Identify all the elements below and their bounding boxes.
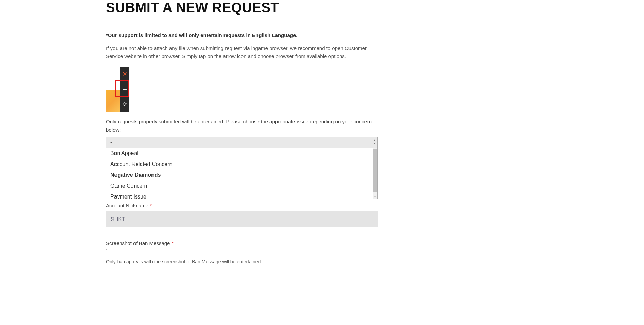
- highlight-box: [115, 80, 129, 97]
- close-icon: ✕: [120, 67, 129, 82]
- page-title: SUBMIT A NEW REQUEST: [106, 0, 378, 15]
- info-text: If you are not able to attach any file w…: [106, 44, 378, 61]
- ban-screenshot-label: Screenshot of Ban Message *: [106, 240, 378, 246]
- ban-screenshot-checkbox[interactable]: [106, 249, 111, 254]
- issue-dropdown[interactable]: - ▴▾ Ban Appeal Account Related Concern …: [106, 137, 378, 199]
- dropdown-placeholder: -: [110, 139, 112, 145]
- dropdown-scrollbar[interactable]: ▾: [373, 148, 377, 199]
- dropdown-option-game-concern[interactable]: Game Concern: [106, 181, 377, 191]
- scrollbar-thumb[interactable]: [373, 149, 377, 192]
- nickname-label: Account Nickname *: [106, 203, 378, 208]
- ban-screenshot-checkbox-row: [106, 249, 378, 256]
- ban-screenshot-helper: Only ban appeals with the screenshot of …: [106, 259, 378, 264]
- dropdown-option-negative-diamonds[interactable]: Negative Diamonds: [106, 170, 377, 181]
- dropdown-instruction: Only requests properly submitted will be…: [106, 118, 378, 134]
- dropdown-option-ban-appeal[interactable]: Ban Appeal: [106, 148, 377, 159]
- scroll-down-icon[interactable]: ▾: [373, 195, 377, 199]
- refresh-icon: ⟳: [120, 97, 129, 112]
- nickname-label-text: Account Nickname: [106, 203, 148, 208]
- browser-help-image: ✕ ➦ ⟳: [106, 67, 129, 112]
- ban-screenshot-label-text: Screenshot of Ban Message: [106, 240, 170, 246]
- dropdown-selected[interactable]: - ▴▾: [106, 137, 377, 148]
- nickname-input[interactable]: [106, 211, 378, 227]
- support-note: *Our support is limited to and will only…: [106, 32, 378, 38]
- dropdown-option-payment[interactable]: Payment Issue: [106, 191, 377, 199]
- dropdown-list: Ban Appeal Account Related Concern Negat…: [106, 148, 377, 199]
- required-mark: *: [150, 203, 152, 208]
- required-mark: *: [172, 240, 174, 246]
- dropdown-option-account[interactable]: Account Related Concern: [106, 159, 377, 170]
- dropdown-spinner-icon: ▴▾: [374, 138, 375, 145]
